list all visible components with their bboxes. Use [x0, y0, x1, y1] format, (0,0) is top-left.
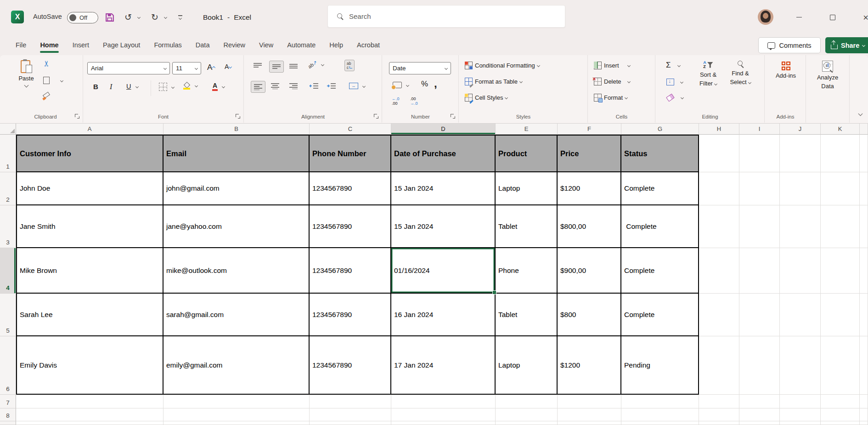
cell-J1[interactable]: [780, 135, 821, 172]
cell-G4[interactable]: Complete: [621, 248, 699, 294]
cell-K2[interactable]: [821, 172, 860, 205]
cell-H4[interactable]: [699, 248, 739, 294]
col-header-H[interactable]: H: [699, 124, 739, 135]
cell-B9[interactable]: [163, 421, 310, 425]
clear-button[interactable]: [667, 95, 683, 100]
col-header-C[interactable]: C: [310, 124, 391, 135]
share-button[interactable]: Share: [825, 37, 868, 53]
cell-B3[interactable]: jane@yahoo.com: [163, 205, 310, 248]
cell-K8[interactable]: [821, 408, 860, 421]
cell-G7[interactable]: [621, 395, 699, 408]
cell-C6[interactable]: 1234567890: [310, 336, 391, 395]
increase-indent-button[interactable]: [327, 83, 336, 89]
accounting-format-button[interactable]: [393, 82, 409, 88]
cell-J6[interactable]: [780, 336, 821, 395]
decrease-font-size-button[interactable]: A: [225, 63, 231, 70]
cell-J2[interactable]: [780, 172, 821, 205]
cell-K9[interactable]: [821, 421, 860, 425]
decrease-indent-button[interactable]: [310, 83, 318, 89]
col-header-A[interactable]: A: [16, 124, 163, 135]
cell-G8[interactable]: [621, 408, 699, 421]
cell-A7[interactable]: [16, 395, 163, 408]
save-button[interactable]: [102, 0, 118, 34]
select-all-corner[interactable]: [0, 124, 16, 135]
cell-E1[interactable]: Product: [496, 135, 558, 172]
cell-H1[interactable]: [699, 135, 739, 172]
tab-acrobat[interactable]: Acrobat: [357, 41, 380, 49]
cell-A1[interactable]: Customer Info: [16, 135, 163, 172]
cell-E8[interactable]: [496, 408, 558, 421]
cell-C9[interactable]: [310, 421, 391, 425]
row-header-7[interactable]: 7: [0, 395, 16, 408]
paste-button[interactable]: Paste: [14, 59, 39, 87]
cell-G6[interactable]: Pending: [621, 336, 699, 395]
cell-C1[interactable]: Phone Number: [310, 135, 391, 172]
cell-E2[interactable]: Laptop: [496, 172, 558, 205]
cell-J8[interactable]: [780, 408, 821, 421]
cell-F9[interactable]: [558, 421, 621, 425]
cell-C4[interactable]: 1234567890: [310, 248, 391, 294]
comments-button[interactable]: Comments: [758, 37, 821, 53]
increase-font-size-button[interactable]: A: [207, 63, 215, 72]
cell-E7[interactable]: [496, 395, 558, 408]
cell-D7[interactable]: [391, 395, 496, 408]
comma-style-button[interactable]: ,: [434, 77, 437, 90]
user-avatar[interactable]: [758, 9, 773, 25]
cell-K3[interactable]: [821, 205, 860, 248]
tab-home[interactable]: Home: [40, 41, 58, 49]
find-select-button[interactable]: Find & Select: [726, 61, 755, 87]
wrap-text-button[interactable]: ab c: [344, 60, 355, 71]
cell-I4[interactable]: [739, 248, 780, 294]
cell-E4[interactable]: Phone: [496, 248, 558, 294]
bold-button[interactable]: B: [93, 83, 98, 91]
cell-I6[interactable]: [739, 336, 780, 395]
decrease-decimal-button[interactable]: .00→.0: [410, 96, 418, 106]
cell-I9[interactable]: [739, 421, 780, 425]
cell-H2[interactable]: [699, 172, 739, 205]
cell-A8[interactable]: [16, 408, 163, 421]
row-header-8[interactable]: 8: [0, 408, 16, 421]
cell-C5[interactable]: 1234567890: [310, 294, 391, 336]
col-header-K[interactable]: K: [821, 124, 860, 135]
add-ins-button[interactable]: Add-ins: [773, 62, 799, 79]
undo-dropdown[interactable]: [135, 0, 142, 34]
cell-F2[interactable]: $1200: [558, 172, 621, 205]
cell-F7[interactable]: [558, 395, 621, 408]
row-header-4[interactable]: 4: [0, 248, 16, 294]
redo-button[interactable]: ↻: [148, 0, 162, 34]
cell-J7[interactable]: [780, 395, 821, 408]
cell-J4[interactable]: [780, 248, 821, 294]
cell-D6[interactable]: 17 Jan 2024: [391, 336, 496, 395]
col-header-B[interactable]: B: [163, 124, 310, 135]
tab-review[interactable]: Review: [223, 41, 245, 49]
cell-D4[interactable]: 01/16/2024: [391, 248, 496, 294]
cell-G5[interactable]: Complete: [621, 294, 699, 336]
font-color-button[interactable]: A: [213, 82, 225, 91]
cell-F4[interactable]: $900,00: [558, 248, 621, 294]
cell-H3[interactable]: [699, 205, 739, 248]
row-header-6[interactable]: 6: [0, 336, 16, 395]
cell-G2[interactable]: Complete: [621, 172, 699, 205]
search-input[interactable]: Search: [327, 5, 565, 28]
cell-A4[interactable]: Mike Brown: [16, 248, 163, 294]
cell-B7[interactable]: [163, 395, 310, 408]
cell-styles-button[interactable]: Cell Styles: [465, 94, 507, 102]
col-header-I[interactable]: I: [739, 124, 780, 135]
cell-H5[interactable]: [699, 294, 739, 336]
cell-H7[interactable]: [699, 395, 739, 408]
cell-I1[interactable]: [739, 135, 780, 172]
cell-G3[interactable]: Complete: [621, 205, 699, 248]
cell-D3[interactable]: 15 Jan 2024: [391, 205, 496, 248]
cell-K1[interactable]: [821, 135, 860, 172]
clipboard-dialog-launcher-icon[interactable]: [75, 114, 79, 119]
cell-A3[interactable]: Jane Smith: [16, 205, 163, 248]
col-header-D[interactable]: D: [391, 124, 496, 135]
cell-A6[interactable]: Emily Davis: [16, 336, 163, 395]
cell-C7[interactable]: [310, 395, 391, 408]
cell-H8[interactable]: [699, 408, 739, 421]
fill-color-button[interactable]: [183, 82, 197, 90]
cell-E9[interactable]: [496, 421, 558, 425]
format-cells-button[interactable]: Format: [594, 94, 627, 102]
cell-D9[interactable]: [391, 421, 496, 425]
bottom-align-button[interactable]: [289, 62, 298, 69]
